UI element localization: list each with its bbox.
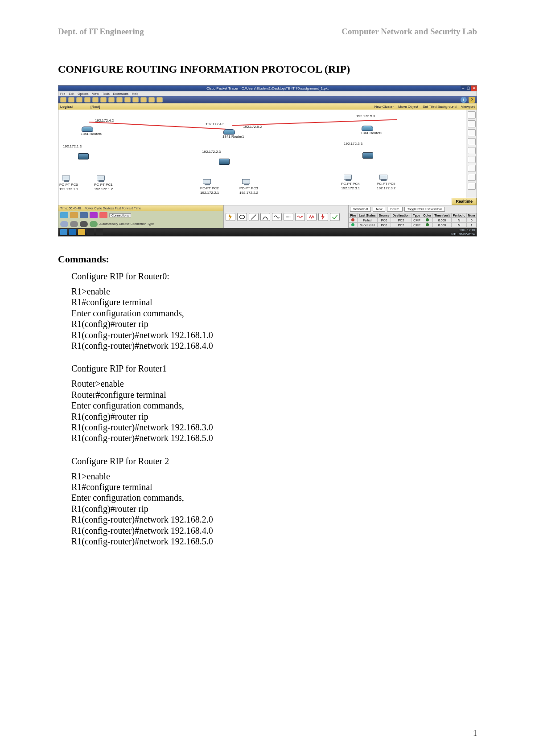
bolt2-icon[interactable]: [318, 213, 328, 221]
delete-tool-icon[interactable]: [468, 138, 476, 145]
toolbar-info-icon[interactable]: i: [461, 97, 467, 103]
pdu-table: Fire Last Status Source Destination Type…: [349, 213, 477, 228]
packet-tracer-window: Cisco Packet Tracer - C:\Users\Student1\…: [58, 85, 477, 237]
pt-menubar: File Edit Options View Tools Extensions …: [58, 91, 477, 96]
pc4-icon[interactable]: [344, 175, 353, 182]
scenario-select[interactable]: Scenario 0: [350, 207, 371, 212]
new-cluster-button[interactable]: New Cluster: [374, 105, 394, 109]
toolbar-custom-icon[interactable]: [156, 97, 163, 102]
router1-icon[interactable]: [223, 129, 235, 135]
wave-icon[interactable]: [295, 213, 305, 221]
start-icon[interactable]: [60, 229, 67, 235]
connection-type-icon[interactable]: [70, 221, 78, 227]
toolbar-print-icon[interactable]: [84, 97, 91, 102]
time-label: Time: 00:46:48: [60, 207, 81, 210]
menu-tools[interactable]: Tools: [103, 92, 110, 95]
taskbar-app-icon[interactable]: [96, 229, 103, 235]
line-icon[interactable]: [249, 213, 259, 221]
ellipse-icon[interactable]: [237, 213, 247, 221]
set-bg-button[interactable]: Set Tiled Background: [423, 105, 457, 109]
minimize-icon[interactable]: –: [461, 86, 466, 91]
pc1-icon[interactable]: [97, 176, 106, 183]
move-tool-icon[interactable]: [468, 120, 476, 127]
toolbar-help-icon[interactable]: ?: [469, 97, 475, 103]
toolbar-new-icon[interactable]: [60, 97, 66, 102]
draw-tool-icon[interactable]: [468, 156, 476, 163]
taskbar-app-icon[interactable]: [87, 229, 94, 235]
curve-icon[interactable]: [260, 213, 270, 221]
menu-extensions[interactable]: Extensions: [113, 92, 128, 95]
move-object-button[interactable]: Move Object: [398, 105, 418, 109]
menu-edit[interactable]: Edit: [69, 92, 74, 95]
router0-label: 1841 Router0: [81, 132, 102, 136]
toolbar-redo-icon[interactable]: [116, 97, 123, 102]
note-tool-icon[interactable]: [468, 129, 476, 136]
pc3-icon[interactable]: [242, 179, 251, 186]
resize-tool-icon[interactable]: [468, 165, 476, 172]
power-cinternationale[interactable]: Power Cycle Devices Fast Forward Time: [84, 207, 140, 210]
toolbar-paste-icon[interactable]: [100, 97, 107, 102]
viewport-button[interactable]: Viewport: [461, 105, 475, 109]
menu-options[interactable]: Options: [78, 92, 88, 95]
device-connections-icon[interactable]: [99, 212, 107, 218]
pc2-icon[interactable]: [203, 179, 212, 186]
connection-type-icon[interactable]: [60, 221, 68, 227]
router2-icon[interactable]: [362, 126, 373, 131]
toolbar-zoomin-icon[interactable]: [124, 97, 131, 102]
cmd-line: R1(config-router)#network 192.168.4.0: [71, 340, 477, 351]
device-wireless-icon[interactable]: [90, 212, 98, 218]
menu-view[interactable]: View: [92, 92, 99, 95]
logical-tab[interactable]: Logical: [60, 105, 73, 109]
pc0-icon[interactable]: [62, 176, 71, 183]
inspect-tool-icon[interactable]: [468, 147, 476, 154]
toolbar-zoomout-icon[interactable]: [132, 97, 139, 102]
lightning-icon[interactable]: [226, 213, 235, 221]
taskbar-ie-icon[interactable]: [69, 229, 76, 235]
router0-icon[interactable]: [82, 127, 93, 132]
freeform-icon[interactable]: [272, 213, 282, 221]
toolbar-undo-icon[interactable]: [108, 97, 115, 102]
taskbar-explorer-icon[interactable]: [78, 229, 85, 235]
menu-file[interactable]: File: [60, 92, 65, 95]
toolbar-palette-icon[interactable]: [148, 97, 155, 102]
taskbar-clock[interactable]: ENG 12:10 INTL 07-02-2024: [450, 228, 475, 236]
device-switches-icon[interactable]: [70, 212, 78, 218]
maximize-icon[interactable]: ▢: [466, 86, 471, 91]
complex-pdu-icon[interactable]: [468, 183, 476, 190]
th-status: Last Status: [357, 213, 377, 218]
connection-type-icon[interactable]: [90, 221, 98, 227]
dotted-icon[interactable]: [284, 213, 293, 221]
zigzag-icon[interactable]: [307, 213, 317, 221]
pt-canvas[interactable]: 192.172.4.2 1841 Router0 192.172.1.3 PC-…: [58, 110, 466, 205]
toggle-pdu-button[interactable]: Toggle PDU List Window: [404, 207, 445, 212]
th-color: Color: [422, 213, 433, 218]
delete-scenario-button[interactable]: Delete: [387, 207, 402, 212]
realtime-tab[interactable]: Realtime: [452, 198, 477, 205]
pc0-name: PC-PT PC0: [59, 183, 78, 187]
switch1-icon[interactable]: [219, 159, 230, 165]
switch0-icon[interactable]: [78, 153, 89, 159]
toolbar-open-icon[interactable]: [68, 97, 74, 102]
toolbar-zoomreset-icon[interactable]: [140, 97, 147, 102]
select-tool-icon[interactable]: [468, 111, 476, 119]
device-hubs-icon[interactable]: [80, 212, 88, 218]
menu-help[interactable]: Help: [132, 92, 138, 95]
toolbar-copy-icon[interactable]: [92, 97, 99, 102]
switch2-icon[interactable]: [362, 152, 373, 159]
close-icon[interactable]: ✕: [471, 86, 477, 91]
device-routers-icon[interactable]: [60, 212, 68, 218]
connection-type-icon[interactable]: [80, 221, 88, 227]
pc4-name: PC-PT PC4: [341, 182, 360, 186]
table-row[interactable]: Successful PC0 PC2 ICMP 0.000 N 1: [349, 223, 477, 228]
root-label[interactable]: [Root]: [91, 105, 100, 109]
table-row[interactable]: Failed PC0 PC2 ICMP 0.000 N 0: [349, 218, 477, 223]
check-icon[interactable]: [330, 213, 340, 221]
pc5-icon[interactable]: [379, 175, 388, 182]
pc5-ip: 192.172.3.2: [377, 186, 395, 190]
simple-pdu-icon[interactable]: [468, 174, 476, 181]
toolbar-save-icon[interactable]: [76, 97, 82, 102]
cmd-line: R1(config)#router rip: [71, 319, 477, 329]
new-scenario-button[interactable]: New: [373, 207, 385, 212]
th-src: Source: [377, 213, 391, 218]
color-swatch: [426, 223, 429, 226]
